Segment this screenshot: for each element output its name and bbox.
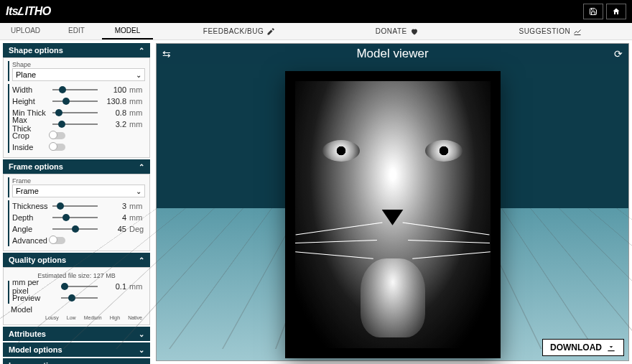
sub-nav: UPLOAD EDIT MODEL FEEDBACK/BUG DONATE SU… — [0, 23, 632, 40]
minthick-slider[interactable] — [52, 112, 98, 113]
chevron-up-icon: ⌃ — [139, 47, 144, 55]
link-donate[interactable]: DONATE — [376, 27, 419, 36]
axis-icon[interactable]: ⇆ — [162, 48, 171, 60]
depth-value: 4 — [103, 213, 126, 222]
panel-shape-header[interactable]: Shape options⌃ — [3, 43, 150, 57]
app-logo: ItsLITHO — [6, 5, 51, 18]
download-icon — [606, 342, 616, 353]
viewer-title: Model viewer — [356, 47, 428, 61]
frame-select-label: Frame — [12, 177, 145, 185]
topbar: ItsLITHO — [0, 0, 632, 23]
advanced-toggle[interactable] — [50, 237, 65, 244]
shape-select[interactable]: Plane⌄ — [12, 68, 145, 81]
tab-edit[interactable]: EDIT — [51, 23, 102, 39]
save-button[interactable] — [583, 4, 603, 19]
advanced-label: Advanced — [12, 236, 47, 245]
crop-toggle[interactable] — [50, 132, 65, 139]
width-value: 100 — [103, 85, 126, 94]
height-value: 130.8 — [103, 97, 126, 106]
panel-frame-header[interactable]: Frame options⌃ — [3, 159, 150, 174]
svg-rect-0 — [608, 350, 614, 351]
download-button[interactable]: DOWNLOAD — [542, 339, 624, 356]
reload-icon[interactable]: ⟳ — [614, 48, 623, 60]
angle-slider[interactable] — [52, 228, 98, 230]
maxthick-value: 3.2 — [103, 120, 126, 129]
lithophane-model[interactable] — [285, 71, 501, 358]
panel-shape: Shape options⌃ Shape Plane⌄ Width100mm H… — [3, 43, 150, 158]
shape-select-label: Shape — [12, 61, 145, 68]
chevron-up-icon: ⌃ — [139, 163, 144, 171]
model-viewer[interactable]: ⇆ Model viewer ⟳ DOWNLOAD — [156, 43, 629, 361]
link-suggestion[interactable]: SUGGESTION — [519, 27, 582, 36]
thickness-value: 3 — [103, 202, 126, 210]
width-slider[interactable] — [52, 89, 98, 90]
maxthick-slider[interactable] — [52, 123, 98, 125]
height-label: Height — [12, 97, 47, 106]
frame-select[interactable]: Frame⌄ — [12, 185, 145, 197]
thickness-label: Thickness — [12, 202, 47, 210]
minthick-value: 0.8 — [103, 108, 126, 117]
maxthick-label: Max Thick — [12, 116, 47, 133]
home-button[interactable] — [606, 4, 626, 19]
inside-label: Inside — [12, 143, 47, 151]
inside-toggle[interactable] — [50, 144, 65, 151]
tab-model[interactable]: MODEL — [102, 23, 153, 39]
thickness-slider[interactable] — [52, 205, 98, 207]
link-feedback[interactable]: FEEDBACK/BUG — [203, 27, 275, 36]
crop-label: Crop — [12, 131, 47, 140]
viewer-header: ⇆ Model viewer ⟳ — [157, 44, 628, 64]
depth-label: Depth — [12, 213, 47, 222]
height-slider[interactable] — [52, 101, 98, 102]
width-label: Width — [12, 85, 47, 94]
angle-label: Angle — [12, 225, 47, 233]
panel-imageopts-header[interactable]: Image options⌄ — [3, 358, 150, 364]
depth-slider[interactable] — [52, 217, 98, 218]
chevron-down-icon: ⌄ — [139, 362, 144, 365]
tab-upload[interactable]: UPLOAD — [0, 23, 51, 39]
